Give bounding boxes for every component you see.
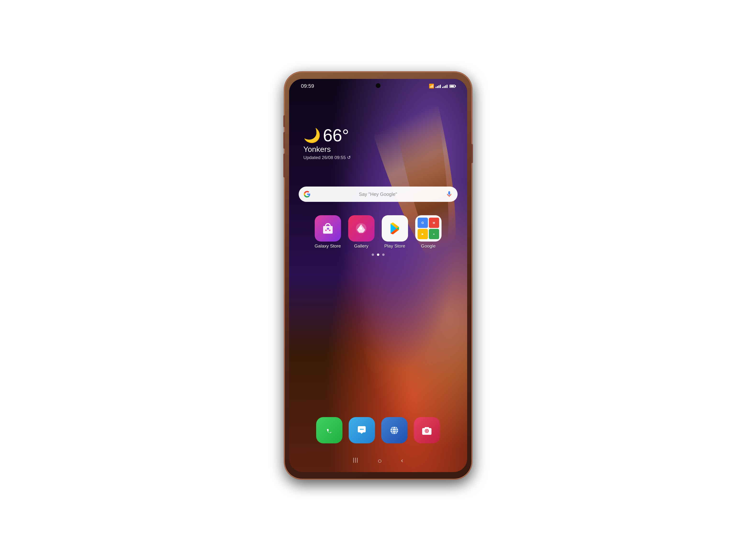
battery-fill — [450, 85, 454, 87]
google-tile-maps: ● — [429, 229, 439, 239]
svg-point-6 — [360, 429, 361, 430]
app-grid: ★ Galaxy Store Gallery — [289, 215, 467, 249]
page-dot-1[interactable] — [371, 253, 374, 256]
status-icons: 📶 — [429, 83, 455, 89]
google-grid: G M ▶ ● — [415, 215, 442, 241]
signal-bar-2 — [437, 86, 438, 88]
svg-point-15 — [426, 430, 428, 432]
google-mic-icon — [446, 190, 453, 198]
dock-messages-icon[interactable] — [349, 417, 375, 443]
signal-bars-2 — [442, 84, 448, 88]
bixby-button[interactable] — [283, 115, 285, 127]
dock-camera-icon[interactable] — [414, 417, 440, 443]
gallery-icon — [348, 215, 374, 241]
volume-down-button[interactable] — [283, 153, 285, 177]
app-gallery[interactable]: Gallery — [348, 215, 374, 249]
signal-bar-4 — [440, 85, 441, 88]
dock — [289, 417, 467, 443]
gallery-label: Gallery — [354, 243, 368, 249]
play-store-svg — [387, 221, 403, 236]
dock-phone-icon[interactable] — [316, 417, 342, 443]
dock-internet-icon[interactable] — [381, 417, 408, 443]
galaxy-store-svg: ★ — [321, 221, 335, 235]
status-time: 09:59 — [301, 83, 314, 89]
google-tile-gmail: M — [429, 217, 439, 228]
svg-text:★: ★ — [326, 227, 329, 230]
weather-city: Yonkers — [303, 145, 351, 154]
nav-back[interactable]: ‹ — [401, 457, 403, 465]
google-g-logo — [303, 190, 311, 198]
signal2-bar-4 — [447, 85, 448, 88]
weather-widget[interactable]: 🌙 66° Yonkers Updated 26/08 09:55 ↺ — [303, 127, 351, 160]
signal-bar-1 — [436, 87, 437, 88]
weather-temperature: 66° — [323, 127, 349, 144]
signal-bar-3 — [439, 85, 439, 88]
wifi-icon: 📶 — [429, 83, 434, 89]
signal2-bar-1 — [442, 87, 443, 88]
phone-call-svg — [323, 424, 336, 437]
phone-screen: 09:59 📶 — [289, 79, 467, 472]
nav-home[interactable]: ○ — [377, 457, 382, 465]
galaxy-store-label: Galaxy Store — [315, 243, 341, 249]
svg-point-8 — [362, 429, 364, 430]
app-play-store[interactable]: Play Store — [382, 215, 408, 249]
messages-svg — [355, 424, 368, 437]
gallery-svg — [353, 221, 369, 236]
nav-recent-apps[interactable]: ||| — [353, 457, 358, 465]
svg-point-7 — [361, 429, 362, 430]
navigation-bar: ||| ○ ‹ — [289, 457, 467, 465]
front-camera — [376, 83, 381, 88]
page-dot-3[interactable] — [382, 253, 385, 256]
signal2-bar-3 — [445, 85, 446, 88]
page-dot-2[interactable] — [377, 253, 379, 256]
search-placeholder: Say "Hey Google" — [313, 191, 443, 197]
power-button[interactable] — [471, 144, 473, 163]
google-folder-icon: G M ▶ ● — [415, 215, 442, 241]
weather-updated: Updated 26/08 09:55 ↺ — [303, 155, 351, 160]
volume-up-button[interactable] — [283, 132, 285, 149]
app-google[interactable]: G M ▶ ● Google — [415, 215, 442, 249]
google-search-bar[interactable]: Say "Hey Google" — [299, 186, 458, 202]
internet-svg — [388, 424, 401, 437]
google-tile-g: G — [418, 217, 428, 228]
phone-device: 09:59 📶 — [285, 72, 471, 479]
play-store-label: Play Store — [385, 243, 406, 249]
play-store-icon — [382, 215, 408, 241]
svg-point-5 — [360, 227, 362, 229]
google-label: Google — [421, 243, 436, 249]
camera-svg — [420, 424, 433, 437]
signal-bars — [436, 84, 441, 88]
galaxy-store-icon: ★ — [315, 215, 341, 241]
google-tile-yt: ▶ — [418, 229, 428, 239]
weather-temp-row: 🌙 66° — [303, 127, 351, 144]
weather-icon: 🌙 — [303, 128, 321, 142]
battery-icon — [450, 85, 455, 88]
app-galaxy-store[interactable]: ★ Galaxy Store — [315, 215, 341, 249]
page-indicators — [289, 253, 467, 256]
signal2-bar-2 — [444, 86, 445, 88]
